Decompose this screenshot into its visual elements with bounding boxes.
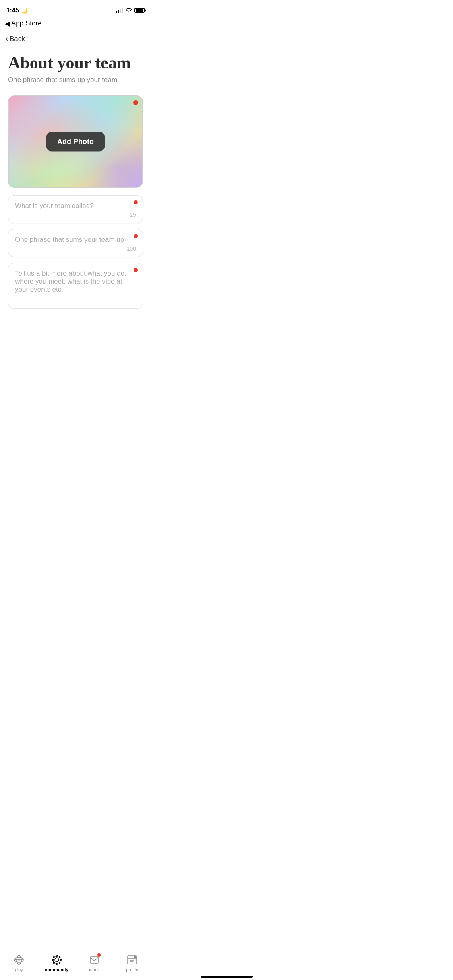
status-right: [116, 8, 145, 14]
team-phrase-field[interactable]: 100: [8, 229, 143, 257]
app-store-label: App Store: [11, 19, 42, 27]
back-chevron-icon: ◀: [5, 20, 10, 27]
team-description-input[interactable]: [15, 270, 136, 302]
team-phrase-input[interactable]: [15, 236, 136, 244]
battery-icon: [134, 8, 145, 13]
moon-icon: 🌙: [21, 8, 28, 14]
team-name-field[interactable]: 25: [8, 195, 143, 223]
photo-upload-area[interactable]: Add Photo: [8, 95, 143, 188]
status-bar: 1:45 🌙: [0, 0, 151, 18]
status-time: 1:45: [6, 7, 19, 14]
team-name-char-count: 25: [15, 212, 136, 218]
team-description-required-dot: [134, 268, 138, 272]
add-photo-button[interactable]: Add Photo: [46, 132, 105, 152]
team-phrase-required-dot: [134, 234, 138, 238]
team-name-input[interactable]: [15, 202, 136, 210]
back-arrow-icon: ‹: [6, 35, 8, 43]
main-content: About your team One phrase that sums up …: [0, 45, 151, 309]
app-store-row[interactable]: ◀ App Store: [0, 18, 151, 31]
back-button-label: Back: [10, 35, 25, 43]
status-left: 1:45 🌙: [6, 7, 28, 14]
back-button[interactable]: ‹ Back: [0, 31, 151, 45]
team-phrase-char-count: 100: [15, 245, 136, 252]
team-name-required-dot: [134, 200, 138, 204]
page-title: About your team: [8, 54, 143, 72]
wifi-icon: [126, 8, 132, 14]
team-description-field[interactable]: [8, 263, 143, 309]
page-subtitle: One phrase that sums up your team: [8, 76, 143, 84]
signal-bars-icon: [116, 8, 123, 13]
